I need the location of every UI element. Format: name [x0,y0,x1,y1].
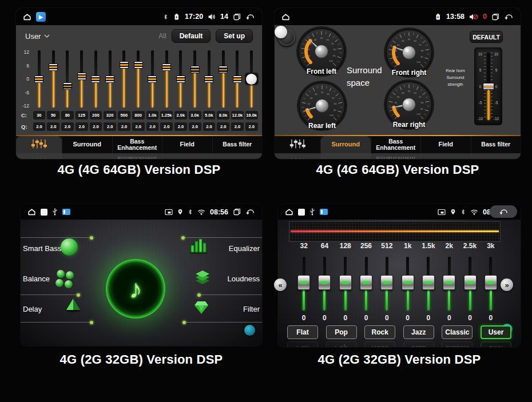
eq-band-slider-256[interactable] [356,254,376,312]
slider-handle[interactable] [422,275,435,290]
preset-user-button[interactable]: User [481,325,511,339]
q-chip[interactable]: 2.0 [245,122,258,131]
floating-ball[interactable] [245,73,259,85]
freq-chip[interactable]: 16.0k [245,111,258,120]
freq-chip[interactable]: 125 [76,111,88,120]
freq-chip[interactable]: 80 [61,111,74,120]
setup-button[interactable]: Set up [216,29,253,43]
home-icon[interactable] [285,208,293,216]
slider-handle[interactable] [34,75,43,83]
slider-handle[interactable] [233,75,242,83]
slider-handle[interactable] [134,61,143,69]
eq-band-slider-80[interactable] [61,49,75,109]
slider-handle[interactable] [148,75,157,83]
slider-handle[interactable] [105,75,114,83]
rear-horn-strength-slider[interactable]: 1050-5-10 1050-5-10 [475,48,502,125]
q-chip[interactable]: 2.0 [61,122,74,131]
tab-field[interactable]: Field [420,136,471,153]
dsp-item-loudness[interactable]: Loudness [209,274,260,283]
recents-icon[interactable] [233,13,241,21]
recents-icon[interactable] [233,208,241,216]
next-page-button[interactable]: » [501,278,513,291]
q-chip[interactable]: 2.0 [217,122,229,131]
eq-band-slider-3k[interactable] [481,254,501,312]
back-button[interactable] [490,205,517,218]
slider-handle[interactable] [443,275,455,290]
slider-handle[interactable] [360,275,372,290]
eq-band-slider-200[interactable] [89,49,103,109]
q-chip[interactable]: 2.0 [231,122,244,131]
floating-ball[interactable] [275,26,287,38]
freq-chip[interactable]: 30 [33,111,46,120]
slider-handle[interactable] [162,63,171,71]
back-icon[interactable] [245,13,255,21]
q-chip[interactable]: 2.0 [76,122,88,131]
tab-surround[interactable]: Surround [62,136,112,153]
q-chip[interactable]: 2.0 [174,122,187,131]
slider-handle[interactable] [464,275,477,290]
preset-jazz-button[interactable]: Jazz [403,325,434,339]
eq-band-slider-1.5k[interactable] [418,254,439,312]
freq-chip[interactable]: 500 [118,111,130,120]
slider-handle[interactable] [190,66,200,73]
eq-band-slider-12.0k[interactable] [231,49,245,109]
eq-band-slider-3.0k[interactable] [188,49,202,109]
freq-chip[interactable]: 1.0k [146,111,159,120]
eq-band-slider-30[interactable] [32,49,46,109]
prev-page-button[interactable]: « [274,278,287,291]
tab-bass-filter[interactable]: Bass filter [212,136,263,153]
slider-handle[interactable] [77,73,86,80]
eq-band-slider-125[interactable] [74,49,89,109]
equalizer-icon[interactable] [189,237,208,257]
eq-band-slider-128[interactable] [335,254,356,312]
slider-handle[interactable] [63,82,72,90]
eq-band-slider-500[interactable] [117,49,132,109]
balance-icon[interactable] [56,270,73,288]
q-chip[interactable]: 2.0 [160,122,173,131]
slider-handle[interactable] [318,275,331,290]
q-chip[interactable]: 2.0 [90,122,102,131]
eq-band-slider-50[interactable] [46,49,61,109]
eq-band-slider-16.0k[interactable] [244,49,259,109]
home-icon[interactable] [23,13,31,21]
dsp-item-filter[interactable]: Filter [209,305,260,313]
dsp-item-smart-bass[interactable]: Smart Bass [23,244,61,253]
eq-band-slider-1.25k[interactable] [160,49,174,109]
eq-band-slider-8.0k[interactable] [216,49,231,109]
freq-chip[interactable]: 2.0k [174,111,187,120]
eq-band-slider-2.0k[interactable] [174,49,188,109]
slider-handle[interactable] [91,75,100,83]
tab-bass-enhancement[interactable]: Bass Enhancement [112,136,162,153]
tab-bass-filter[interactable]: Bass filter [471,136,521,153]
eq-band-slider-64[interactable] [314,254,335,312]
music-app-icon[interactable]: ▶ [36,12,46,22]
q-chip[interactable]: 2.0 [104,122,116,131]
slider-handle[interactable] [120,61,129,69]
tab-eq[interactable] [275,136,320,153]
home-icon[interactable] [281,13,290,21]
delay-icon[interactable] [64,297,82,315]
tab-bass-enhancement[interactable]: Bass Enhancement [371,136,421,153]
freq-chip[interactable]: 12.0k [231,111,244,120]
freq-chip[interactable]: 1.25k [160,111,173,120]
q-chip[interactable]: 2.0 [189,122,201,131]
smart-bass-icon[interactable] [61,238,78,256]
tab-eq[interactable] [16,136,62,153]
preset-flat-button[interactable]: Flat [287,325,318,339]
slider-handle[interactable] [380,275,393,290]
tab-field[interactable]: Field [162,136,212,153]
back-icon[interactable] [504,13,514,21]
floating-action-button[interactable] [244,325,255,336]
slider-handle[interactable] [49,63,58,71]
default-button[interactable]: DEFAULT [470,31,503,43]
dsp-item-equalizer[interactable]: Equalizer [209,244,260,253]
slider-handle[interactable] [483,83,494,90]
recents-icon[interactable] [491,13,499,21]
q-chip[interactable]: 2.0 [118,122,130,131]
dsp-item-delay[interactable]: Delay [23,305,42,313]
q-chip[interactable]: 2.0 [132,122,145,131]
eq-band-slider-800[interactable] [131,49,145,109]
slider-handle[interactable] [176,75,185,83]
q-chip[interactable]: 2.0 [146,122,159,131]
eq-band-slider-2.5k[interactable] [459,254,480,312]
